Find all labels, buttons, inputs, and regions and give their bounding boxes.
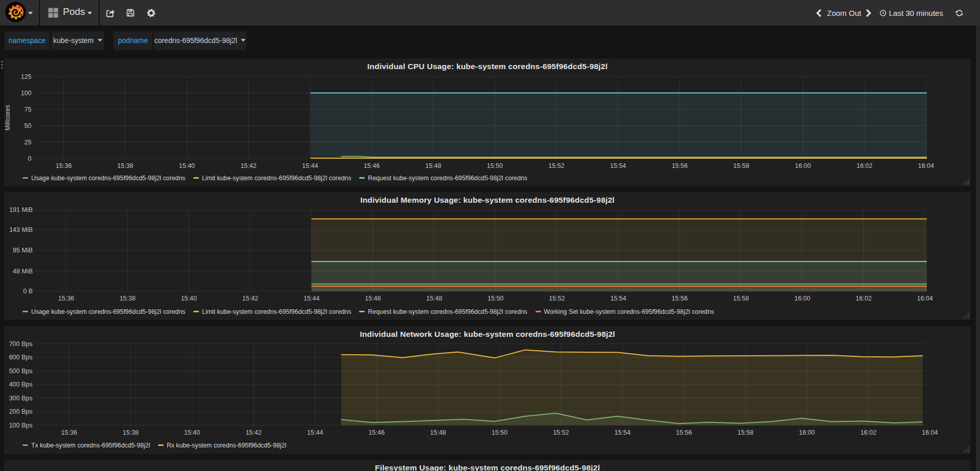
svg-text:15:52: 15:52 [553, 429, 569, 436]
svg-text:15:56: 15:56 [672, 295, 687, 302]
svg-text:191 MiB: 191 MiB [9, 206, 33, 213]
svg-text:15:52: 15:52 [549, 295, 565, 302]
svg-text:25: 25 [25, 138, 32, 145]
svg-text:15:50: 15:50 [492, 429, 507, 436]
svg-text:15:36: 15:36 [56, 162, 72, 169]
svg-text:15:44: 15:44 [302, 162, 318, 169]
svg-text:15:40: 15:40 [184, 429, 200, 436]
svg-text:15:42: 15:42 [242, 295, 258, 302]
svg-text:16:04: 16:04 [918, 162, 934, 169]
svg-text:Millicores: Millicores [4, 104, 11, 130]
svg-text:15:58: 15:58 [733, 162, 749, 169]
svg-text:15:38: 15:38 [120, 295, 136, 302]
svg-text:50: 50 [25, 122, 32, 129]
svg-text:15:58: 15:58 [738, 429, 753, 436]
svg-text:15:40: 15:40 [179, 162, 195, 169]
svg-text:16:02: 16:02 [856, 295, 872, 302]
svg-text:200 Bps: 200 Bps [9, 408, 33, 415]
svg-text:0: 0 [28, 155, 32, 162]
svg-text:15:52: 15:52 [548, 162, 564, 169]
svg-text:16:02: 16:02 [856, 162, 872, 169]
svg-text:15:48: 15:48 [426, 295, 442, 302]
svg-text:16:04: 16:04 [917, 295, 933, 302]
svg-text:15:58: 15:58 [733, 295, 749, 302]
svg-text:400 Bps: 400 Bps [9, 381, 33, 388]
svg-text:15:50: 15:50 [487, 295, 503, 302]
svg-text:15:54: 15:54 [610, 295, 626, 302]
svg-text:500 Bps: 500 Bps [9, 367, 33, 374]
svg-text:143 MiB: 143 MiB [9, 226, 33, 233]
svg-text:48 MiB: 48 MiB [13, 268, 33, 275]
svg-text:75: 75 [25, 105, 32, 113]
svg-text:15:54: 15:54 [614, 429, 630, 436]
svg-text:15:44: 15:44 [303, 295, 319, 302]
svg-text:125: 125 [21, 73, 32, 80]
svg-text:15:46: 15:46 [364, 162, 380, 169]
svg-text:15:36: 15:36 [58, 295, 74, 302]
svg-text:15:50: 15:50 [487, 162, 503, 169]
svg-text:15:48: 15:48 [430, 429, 446, 436]
svg-text:15:56: 15:56 [672, 162, 687, 169]
svg-text:15:44: 15:44 [307, 429, 323, 436]
svg-text:95 MiB: 95 MiB [13, 247, 33, 254]
svg-text:15:40: 15:40 [181, 295, 197, 302]
svg-text:15:46: 15:46 [365, 295, 381, 302]
svg-text:15:42: 15:42 [240, 162, 256, 169]
svg-text:15:56: 15:56 [676, 429, 692, 436]
svg-text:16:00: 16:00 [795, 162, 811, 169]
svg-text:15:38: 15:38 [117, 162, 133, 169]
svg-text:100 Bps: 100 Bps [9, 421, 33, 429]
svg-text:100: 100 [21, 89, 32, 96]
svg-text:15:54: 15:54 [610, 162, 626, 169]
svg-text:16:00: 16:00 [794, 295, 810, 302]
svg-text:700 Bps: 700 Bps [9, 340, 33, 347]
svg-text:15:38: 15:38 [123, 429, 139, 436]
svg-text:16:02: 16:02 [860, 429, 876, 436]
svg-text:15:48: 15:48 [425, 162, 441, 169]
svg-text:15:42: 15:42 [246, 429, 261, 436]
svg-text:15:36: 15:36 [61, 429, 77, 436]
svg-text:15:46: 15:46 [369, 429, 385, 436]
svg-text:300 Bps: 300 Bps [9, 394, 33, 401]
svg-text:16:00: 16:00 [799, 429, 815, 436]
svg-text:600 Bps: 600 Bps [9, 354, 33, 361]
svg-text:0 B: 0 B [23, 288, 33, 295]
svg-text:16:04: 16:04 [922, 429, 938, 436]
